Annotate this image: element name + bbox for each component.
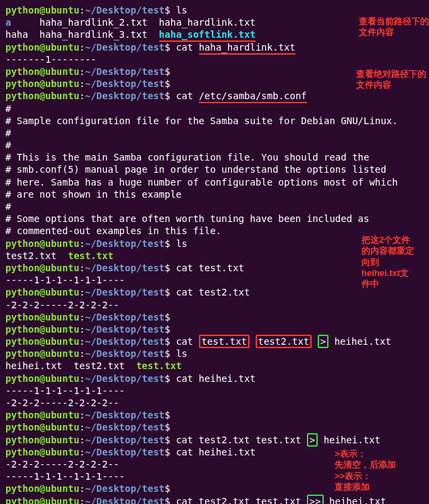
output-line: # are not shown in this example <box>5 188 424 200</box>
ls-entry-exec: test.txt <box>68 250 113 261</box>
annotation-current-path: 查看当前路径下的文件内容 <box>359 16 429 38</box>
annotation-absolute-path: 查看绝对路径下的文件内容 <box>356 69 429 91</box>
output-line: # <box>5 200 424 213</box>
arg-heihei: heihei.txt <box>318 435 380 445</box>
terminal-line-redirect: python@ubuntu:~/Desktop/test$ cat test.t… <box>5 335 424 347</box>
arg-heihei: heihei.txt <box>324 496 387 505</box>
terminal-line-redirect2: python@ubuntu:~/Desktop/test$ cat test2.… <box>5 434 424 446</box>
terminal-line: python@ubuntu:~/Desktop/test$ <box>5 311 424 323</box>
anno4-line4: 直接添加 <box>335 482 396 493</box>
output-line: # This is the main Samba configuration f… <box>5 151 424 163</box>
cmd-ls: ls <box>176 5 188 16</box>
terminal-line: python@ubuntu:~/Desktop/test$ <box>5 409 424 421</box>
terminal-line: python@ubuntu:~/Desktop/test$ ls <box>5 347 424 360</box>
arg-smbconf: /etc/samba/smb.conf <box>199 90 307 103</box>
terminal-line: python@ubuntu:~/Desktop/test$ ls <box>5 237 424 250</box>
anno4-line2: 先清空，后添加 <box>335 459 396 470</box>
arg-hardlink: haha_hardlink.txt <box>199 42 295 55</box>
anno3-line5: 件中 <box>362 279 414 289</box>
ls-entry: test2.txt <box>5 250 68 261</box>
ls-output-row: heihei.txt test2.txt test.txt <box>5 360 424 372</box>
redir-gt: > <box>318 335 328 348</box>
redir-gtgt: >> <box>307 495 324 505</box>
terminal-line: python@ubuntu:~/Desktop/test$ <box>5 323 424 335</box>
annotation-redirect-files: 把这2个文件 的内容都重定 向到 heihei.txt文 件中 <box>362 235 414 289</box>
ls-entry: heihei.txt test2.txt <box>5 360 136 371</box>
cmd-cat-test2: cat test2.txt <box>176 287 250 298</box>
output-line: -----1-1-1--1-1-1---- <box>5 385 424 397</box>
output-line: # here. Samba has a huge number of confi… <box>5 176 424 188</box>
ls-entry-exec: test.txt <box>136 360 181 371</box>
output-line: # <box>5 103 424 115</box>
cmd-cat: cat <box>176 90 199 101</box>
anno3-line4: heihei.txt文 <box>362 268 414 279</box>
terminal-line-append: python@ubuntu:~/Desktop/test$ cat test2.… <box>5 495 424 505</box>
cmd-ls: ls <box>176 348 188 359</box>
output-line: # Some options that are often worth tuni… <box>5 213 424 225</box>
output-line: -2-2-2-----2-2-2-2-- <box>5 299 424 311</box>
terminal-line: python@ubuntu:~/Desktop/test$ cat /etc/s… <box>5 90 424 102</box>
arg-test2-boxed: test2.txt <box>256 335 312 348</box>
output-line: # commented-out examples in this file. <box>5 225 424 237</box>
ls-entry-hl2: haha_hardlink_2.txt <box>40 17 148 28</box>
output-line: -------1-------- <box>5 53 424 65</box>
ls-entry-haha: haha <box>5 29 28 40</box>
output-line: # <box>5 139 424 151</box>
cmd-cat-heihei: cat heihei.txt <box>176 373 256 384</box>
output-line: -----1-1-1--1-1-1---- <box>5 274 424 286</box>
output-line: # Sample configuration file for the Samb… <box>5 115 424 127</box>
cmd-cat: cat <box>176 42 199 53</box>
ls-output-row: test2.txt test.txt <box>5 250 424 262</box>
anno4-line3: >>表示： <box>335 471 396 482</box>
cmd-cat-redir2: cat test2.txt test.txt <box>176 435 307 445</box>
arg-heihei: heihei.txt <box>328 336 391 347</box>
redir-gt: > <box>307 433 318 447</box>
output-line: # smb.conf(5) manual page in order to un… <box>5 163 424 175</box>
terminal-line: python@ubuntu:~/Desktop/test$ cat heihei… <box>5 372 424 385</box>
terminal-line: python@ubuntu:~/Desktop/test$ <box>5 421 424 433</box>
prompt-user: python@ubuntu <box>5 5 80 16</box>
cmd-ls: ls <box>176 238 188 249</box>
cmd-cat: cat <box>176 336 199 347</box>
cmd-cat-heihei: cat heihei.txt <box>176 447 256 457</box>
output-line: -2-2-2-----2-2-2-2-- <box>5 397 424 409</box>
prompt-sym: $ <box>165 5 170 16</box>
cmd-cat-test: cat test.txt <box>176 262 244 273</box>
ls-entry-hl3: haha_hardlink_3.txt <box>40 29 148 40</box>
terminal-line: python@ubuntu:~/Desktop/test$ cat test2.… <box>5 286 424 298</box>
ls-entry-softlink: haha_softlink.txt <box>159 29 256 42</box>
anno3-line3: 向到 <box>362 257 414 268</box>
anno3-line2: 的内容都重定 <box>362 246 414 256</box>
annotation-redirect-explain: >表示： 先清空，后添加 >>表示： 直接添加 <box>335 449 396 493</box>
terminal-line: python@ubuntu:~/Desktop/test$ cat haha_h… <box>5 41 424 53</box>
terminal-line: python@ubuntu:~/Desktop/test$ ls <box>5 4 424 16</box>
arg-test-boxed: test.txt <box>199 335 250 348</box>
prompt-sep: : <box>80 5 85 16</box>
anno3-line1: 把这2个文件 <box>362 235 414 246</box>
terminal-line: python@ubuntu:~/Desktop/test$ cat test.t… <box>5 262 424 274</box>
ls-entry-hl: haha_hardlink.txt <box>159 17 256 28</box>
output-line: # <box>5 127 424 139</box>
prompt-path: ~/Desktop/test <box>85 5 165 16</box>
cmd-cat-append: cat test2.txt test.txt <box>176 496 307 505</box>
ls-entry-a: a <box>5 17 11 28</box>
anno4-line1: >表示： <box>335 449 396 459</box>
